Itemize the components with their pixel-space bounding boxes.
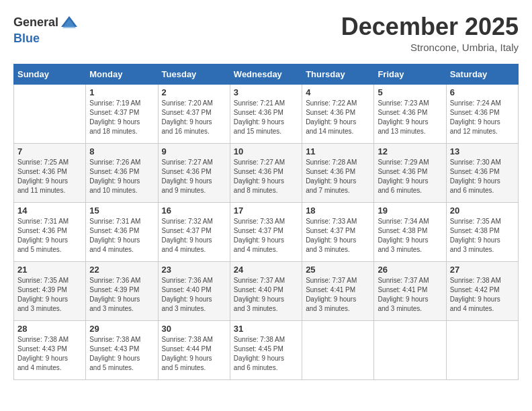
table-row: 6Sunrise: 7:24 AMSunset: 4:36 PMDaylight… <box>446 84 518 143</box>
day-detail: Sunrise: 7:35 AMSunset: 4:39 PMDaylight:… <box>17 276 82 314</box>
table-row <box>374 320 446 379</box>
table-row: 7Sunrise: 7:25 AMSunset: 4:36 PMDaylight… <box>14 143 86 202</box>
day-number: 27 <box>450 265 515 275</box>
day-detail: Sunrise: 7:37 AMSunset: 4:40 PMDaylight:… <box>234 276 298 314</box>
table-row: 10Sunrise: 7:27 AMSunset: 4:36 PMDayligh… <box>230 143 302 202</box>
day-number: 14 <box>17 205 82 216</box>
day-detail: Sunrise: 7:38 AMSunset: 4:45 PMDaylight:… <box>234 335 298 373</box>
calendar-week-row: 7Sunrise: 7:25 AMSunset: 4:36 PMDaylight… <box>14 143 519 202</box>
day-number: 15 <box>89 205 154 216</box>
table-row: 15Sunrise: 7:31 AMSunset: 4:36 PMDayligh… <box>86 202 158 261</box>
header-tuesday: Tuesday <box>158 64 230 84</box>
location-subtitle: Stroncone, Umbria, Italy <box>341 42 519 53</box>
table-row: 20Sunrise: 7:35 AMSunset: 4:38 PMDayligh… <box>446 202 518 261</box>
day-number: 19 <box>378 205 442 216</box>
day-detail: Sunrise: 7:23 AMSunset: 4:36 PMDaylight:… <box>378 99 442 136</box>
day-number: 17 <box>234 205 298 216</box>
table-row: 14Sunrise: 7:31 AMSunset: 4:36 PMDayligh… <box>14 202 86 261</box>
table-row: 17Sunrise: 7:33 AMSunset: 4:37 PMDayligh… <box>230 202 302 261</box>
day-number: 12 <box>378 146 442 156</box>
day-number: 9 <box>162 146 226 156</box>
table-row <box>14 84 86 143</box>
day-number: 22 <box>89 265 154 275</box>
day-detail: Sunrise: 7:29 AMSunset: 4:36 PMDaylight:… <box>378 158 442 195</box>
table-row: 25Sunrise: 7:37 AMSunset: 4:41 PMDayligh… <box>302 261 374 320</box>
day-number: 23 <box>162 265 226 275</box>
day-number: 18 <box>306 205 370 216</box>
table-row: 29Sunrise: 7:38 AMSunset: 4:43 PMDayligh… <box>86 320 158 379</box>
day-detail: Sunrise: 7:30 AMSunset: 4:36 PMDaylight:… <box>450 158 515 195</box>
day-detail: Sunrise: 7:38 AMSunset: 4:42 PMDaylight:… <box>450 276 515 314</box>
day-detail: Sunrise: 7:22 AMSunset: 4:36 PMDaylight:… <box>306 99 370 136</box>
day-number: 4 <box>306 87 370 97</box>
table-row: 27Sunrise: 7:38 AMSunset: 4:42 PMDayligh… <box>446 261 518 320</box>
day-number: 13 <box>450 146 515 156</box>
table-row: 28Sunrise: 7:38 AMSunset: 4:43 PMDayligh… <box>14 320 86 379</box>
calendar-table: Sunday Monday Tuesday Wednesday Thursday… <box>13 64 519 380</box>
day-detail: Sunrise: 7:38 AMSunset: 4:43 PMDaylight:… <box>17 335 82 373</box>
day-number: 10 <box>234 146 298 156</box>
day-detail: Sunrise: 7:21 AMSunset: 4:36 PMDaylight:… <box>234 99 298 136</box>
table-row: 13Sunrise: 7:30 AMSunset: 4:36 PMDayligh… <box>446 143 518 202</box>
table-row <box>446 320 518 379</box>
day-detail: Sunrise: 7:27 AMSunset: 4:36 PMDaylight:… <box>234 158 298 195</box>
day-detail: Sunrise: 7:25 AMSunset: 4:36 PMDaylight:… <box>17 158 82 195</box>
day-detail: Sunrise: 7:31 AMSunset: 4:36 PMDaylight:… <box>17 217 82 255</box>
day-number: 5 <box>378 87 442 97</box>
title-area: December 2025 Stroncone, Umbria, Italy <box>341 13 519 53</box>
table-row: 11Sunrise: 7:28 AMSunset: 4:36 PMDayligh… <box>302 143 374 202</box>
header-monday: Monday <box>86 64 158 84</box>
calendar-week-row: 21Sunrise: 7:35 AMSunset: 4:39 PMDayligh… <box>14 261 519 320</box>
table-row: 8Sunrise: 7:26 AMSunset: 4:36 PMDaylight… <box>86 143 158 202</box>
day-detail: Sunrise: 7:32 AMSunset: 4:37 PMDaylight:… <box>162 217 226 255</box>
day-detail: Sunrise: 7:28 AMSunset: 4:36 PMDaylight:… <box>306 158 370 195</box>
table-row: 12Sunrise: 7:29 AMSunset: 4:36 PMDayligh… <box>374 143 446 202</box>
table-row: 22Sunrise: 7:36 AMSunset: 4:39 PMDayligh… <box>86 261 158 320</box>
calendar-header-row: Sunday Monday Tuesday Wednesday Thursday… <box>14 64 519 84</box>
logo-icon <box>60 13 79 32</box>
day-number: 1 <box>89 87 154 97</box>
table-row: 19Sunrise: 7:34 AMSunset: 4:38 PMDayligh… <box>374 202 446 261</box>
day-detail: Sunrise: 7:24 AMSunset: 4:36 PMDaylight:… <box>450 99 515 136</box>
day-detail: Sunrise: 7:36 AMSunset: 4:40 PMDaylight:… <box>162 276 226 314</box>
table-row: 31Sunrise: 7:38 AMSunset: 4:45 PMDayligh… <box>230 320 302 379</box>
day-detail: Sunrise: 7:37 AMSunset: 4:41 PMDaylight:… <box>378 276 442 314</box>
day-detail: Sunrise: 7:27 AMSunset: 4:36 PMDaylight:… <box>162 158 226 195</box>
day-number: 21 <box>17 265 82 275</box>
logo: General Blue <box>13 13 79 46</box>
day-number: 26 <box>378 265 442 275</box>
table-row: 2Sunrise: 7:20 AMSunset: 4:37 PMDaylight… <box>158 84 230 143</box>
day-detail: Sunrise: 7:26 AMSunset: 4:36 PMDaylight:… <box>89 158 154 195</box>
day-detail: Sunrise: 7:35 AMSunset: 4:38 PMDaylight:… <box>450 217 515 255</box>
day-number: 16 <box>162 205 226 216</box>
day-detail: Sunrise: 7:38 AMSunset: 4:44 PMDaylight:… <box>162 335 226 373</box>
day-detail: Sunrise: 7:38 AMSunset: 4:43 PMDaylight:… <box>89 335 154 373</box>
day-detail: Sunrise: 7:34 AMSunset: 4:38 PMDaylight:… <box>378 217 442 255</box>
calendar-week-row: 14Sunrise: 7:31 AMSunset: 4:36 PMDayligh… <box>14 202 519 261</box>
table-row: 5Sunrise: 7:23 AMSunset: 4:36 PMDaylight… <box>374 84 446 143</box>
day-number: 20 <box>450 205 515 216</box>
table-row: 21Sunrise: 7:35 AMSunset: 4:39 PMDayligh… <box>14 261 86 320</box>
day-number: 8 <box>89 146 154 156</box>
table-row: 24Sunrise: 7:37 AMSunset: 4:40 PMDayligh… <box>230 261 302 320</box>
calendar-week-row: 1Sunrise: 7:19 AMSunset: 4:37 PMDaylight… <box>14 84 519 143</box>
table-row: 18Sunrise: 7:33 AMSunset: 4:37 PMDayligh… <box>302 202 374 261</box>
day-detail: Sunrise: 7:33 AMSunset: 4:37 PMDaylight:… <box>234 217 298 255</box>
table-row: 30Sunrise: 7:38 AMSunset: 4:44 PMDayligh… <box>158 320 230 379</box>
table-row <box>302 320 374 379</box>
header-thursday: Thursday <box>302 64 374 84</box>
header-sunday: Sunday <box>14 64 86 84</box>
day-number: 3 <box>234 87 298 97</box>
day-number: 6 <box>450 87 515 97</box>
day-number: 28 <box>17 324 82 334</box>
day-number: 31 <box>234 324 298 334</box>
day-number: 11 <box>306 146 370 156</box>
table-row: 26Sunrise: 7:37 AMSunset: 4:41 PMDayligh… <box>374 261 446 320</box>
day-number: 25 <box>306 265 370 275</box>
page-header: General Blue December 2025 Stroncone, Um… <box>13 13 519 53</box>
day-detail: Sunrise: 7:19 AMSunset: 4:37 PMDaylight:… <box>89 99 154 136</box>
logo-general: General <box>13 16 58 30</box>
day-number: 30 <box>162 324 226 334</box>
day-number: 24 <box>234 265 298 275</box>
calendar-week-row: 28Sunrise: 7:38 AMSunset: 4:43 PMDayligh… <box>14 320 519 379</box>
